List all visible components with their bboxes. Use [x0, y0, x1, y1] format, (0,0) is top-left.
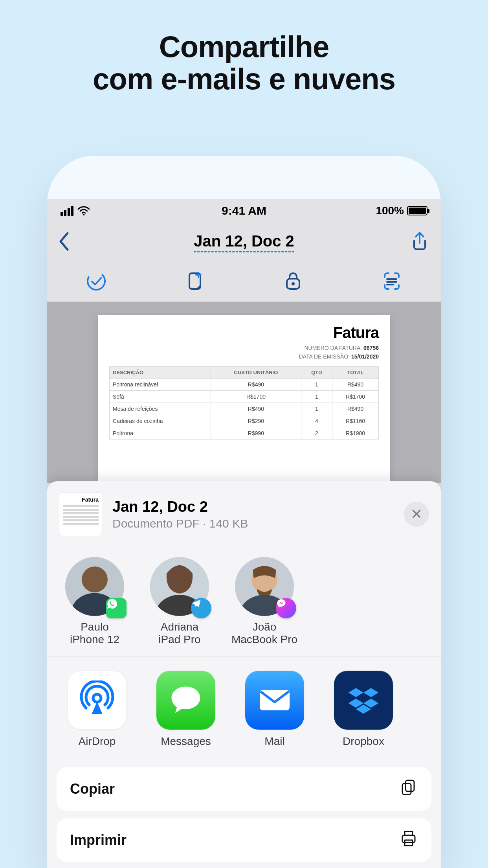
invoice-col-header: TOTAL: [332, 367, 379, 379]
app-label: Messages: [152, 735, 219, 748]
wifi-icon: [77, 206, 90, 215]
invoice-title: Fatura: [109, 324, 379, 342]
svg-rect-22: [405, 780, 414, 791]
svg-point-20: [93, 694, 101, 702]
status-bar: 9:41 AM 100%: [47, 199, 441, 223]
app-label: Dropbox: [330, 735, 397, 748]
close-icon: ✕: [411, 506, 422, 522]
share-app-messages[interactable]: Messages: [152, 671, 219, 748]
messages-icon: [156, 671, 215, 730]
document-thumbnail: Fatura: [59, 492, 103, 536]
navigation-bar: Jan 12, Doc 2: [47, 223, 441, 260]
close-button[interactable]: ✕: [404, 502, 429, 527]
table-row: Mesa de refeiçõesR$4901R$490: [110, 403, 379, 415]
share-sheet-header: Fatura Jan 12, Doc 2 Documento PDF · 140…: [47, 481, 441, 546]
nav-title-text: Jan 12, Doc 2: [194, 232, 294, 252]
share-contact[interactable]: JoãoMacBook Pro: [231, 557, 298, 646]
invoice-col-header: CUSTO UNITÁRIO: [211, 367, 301, 379]
contact-name: JoãoMacBook Pro: [231, 621, 298, 646]
avatar: [235, 557, 294, 616]
mail-icon: [245, 671, 304, 730]
lock-button[interactable]: [281, 269, 305, 293]
status-time: 9:41 AM: [139, 204, 349, 217]
share-action-copy[interactable]: Copiar: [57, 767, 431, 811]
invoice-col-header: QTD: [301, 367, 332, 379]
add-page-button[interactable]: [183, 269, 207, 293]
nav-title[interactable]: Jan 12, Doc 2: [105, 232, 383, 250]
invoice-meta: NÚMERO DA FATURA: 08756 DATA DE EMISSÃO:…: [109, 344, 379, 361]
phone-frame: 9:41 AM 100% Jan 12, Doc 2: [47, 156, 441, 868]
signal-icon: [61, 206, 73, 216]
battery-icon: [407, 206, 427, 215]
svg-point-0: [83, 214, 85, 215]
svg-rect-23: [402, 783, 411, 794]
action-label: Imprimir: [70, 832, 127, 848]
table-row: SofáR$17001R$1700: [110, 391, 379, 403]
print-icon: [399, 829, 418, 851]
ocr-scan-button[interactable]: [380, 269, 404, 293]
app-label: Mail: [241, 735, 308, 748]
app-label: AirDrop: [64, 735, 130, 748]
share-contact[interactable]: PauloiPhone 12: [61, 557, 128, 646]
avatar: [65, 557, 124, 616]
svg-point-10: [82, 566, 108, 592]
svg-point-4: [292, 282, 295, 285]
share-action-print[interactable]: Imprimir: [57, 818, 431, 862]
share-contacts-row: PauloiPhone 12AdrianaiPad ProJoãoMacBook…: [47, 546, 441, 657]
whatsapp-badge-icon: [106, 598, 127, 618]
share-doc-title: Jan 12, Doc 2: [112, 498, 394, 515]
share-actions-list: CopiarImprimir: [47, 767, 441, 862]
invoice-table: DESCRIÇÃOCUSTO UNITÁRIOQTDTOTAL Poltrona…: [109, 366, 379, 440]
battery-percent: 100%: [376, 204, 404, 217]
table-row: Cadeiras de cozinhaR$2904R$1160: [110, 415, 379, 427]
airdrop-icon: [68, 671, 127, 730]
document-preview[interactable]: Fatura NÚMERO DA FATURA: 08756 DATA DE E…: [47, 302, 441, 483]
select-done-button[interactable]: [84, 269, 108, 293]
table-row: PoltronaR$9902R$1980: [110, 427, 379, 440]
contact-name: AdrianaiPad Pro: [146, 621, 213, 646]
share-doc-subtitle: Documento PDF · 140 KB: [112, 517, 394, 530]
share-app-dropbox[interactable]: Dropbox: [330, 671, 397, 748]
contact-name: PauloiPhone 12: [61, 621, 128, 646]
share-sheet: Fatura Jan 12, Doc 2 Documento PDF · 140…: [47, 481, 441, 868]
share-app-airdrop[interactable]: AirDrop: [64, 671, 130, 748]
invoice-col-header: DESCRIÇÃO: [110, 367, 211, 379]
share-button[interactable]: [409, 231, 430, 252]
avatar: [150, 557, 209, 616]
telegram-badge-icon: [191, 598, 211, 618]
promo-line2: com e-mails e nuvens: [0, 63, 488, 95]
invoice-paper: Fatura NÚMERO DA FATURA: 08756 DATA DE E…: [98, 315, 390, 483]
action-label: Copiar: [70, 781, 115, 797]
share-apps-row: AirDropMessagesMailDropbox: [47, 657, 441, 760]
document-toolbar: [47, 260, 441, 302]
promo-headline: Compartilhe com e-mails e nuvens: [0, 0, 488, 95]
dropbox-icon: [334, 671, 393, 730]
share-contact[interactable]: AdrianaiPad Pro: [146, 557, 213, 646]
table-row: Poltrona reclinávelR$4901R$490: [110, 379, 379, 391]
share-app-mail[interactable]: Mail: [241, 671, 308, 748]
back-button[interactable]: [58, 232, 70, 251]
svg-point-1: [86, 271, 106, 291]
copy-icon: [399, 778, 418, 800]
promo-line1: Compartilhe: [0, 31, 488, 63]
messenger-badge-icon: [276, 598, 296, 618]
